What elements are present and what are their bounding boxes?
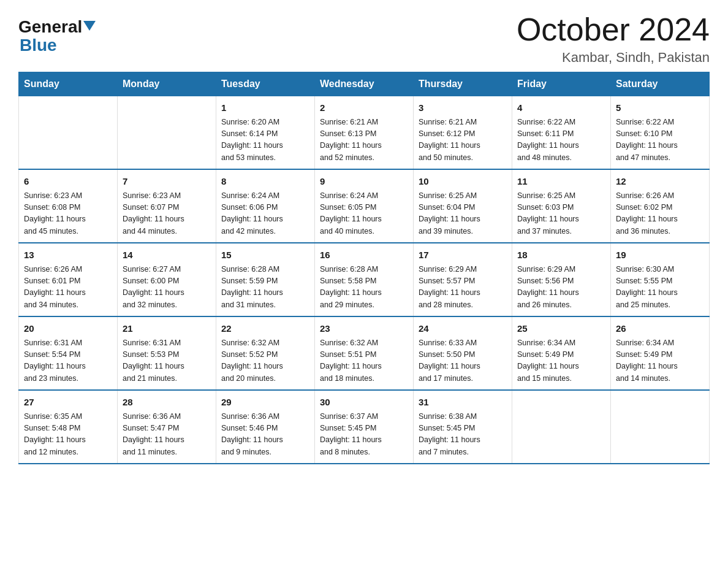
logo-arrow-icon	[83, 21, 96, 31]
calendar-cell: 31Sunrise: 6:38 AMSunset: 5:45 PMDayligh…	[414, 390, 512, 464]
day-info: Sunrise: 6:20 AMSunset: 6:14 PMDaylight:…	[221, 117, 309, 164]
day-info: Sunrise: 6:29 AMSunset: 5:57 PMDaylight:…	[419, 264, 507, 312]
calendar-cell: 13Sunrise: 6:26 AMSunset: 6:01 PMDayligh…	[19, 243, 118, 316]
calendar-cell	[118, 96, 216, 170]
calendar-week-row: 20Sunrise: 6:31 AMSunset: 5:54 PMDayligh…	[19, 316, 710, 390]
calendar-cell: 3Sunrise: 6:21 AMSunset: 6:12 PMDaylight…	[414, 96, 512, 170]
day-number: 25	[517, 322, 605, 336]
calendar-cell: 27Sunrise: 6:35 AMSunset: 5:48 PMDayligh…	[19, 390, 118, 464]
day-number: 22	[221, 322, 309, 336]
day-number: 31	[419, 396, 507, 410]
day-info: Sunrise: 6:26 AMSunset: 6:01 PMDaylight:…	[24, 264, 112, 312]
weekday-header-friday: Friday	[512, 72, 611, 96]
calendar-cell: 7Sunrise: 6:23 AMSunset: 6:07 PMDaylight…	[118, 169, 216, 243]
day-number: 7	[123, 175, 211, 189]
day-number: 11	[517, 175, 605, 189]
day-info: Sunrise: 6:30 AMSunset: 5:55 PMDaylight:…	[616, 264, 704, 312]
day-info: Sunrise: 6:28 AMSunset: 5:58 PMDaylight:…	[320, 264, 408, 312]
day-number: 4	[517, 101, 605, 115]
weekday-header-thursday: Thursday	[414, 72, 512, 96]
calendar-cell: 24Sunrise: 6:33 AMSunset: 5:50 PMDayligh…	[414, 316, 512, 390]
day-number: 12	[616, 175, 704, 189]
day-number: 18	[517, 248, 605, 262]
day-number: 5	[616, 101, 704, 115]
logo-blue: Blue	[18, 37, 57, 54]
calendar-cell: 10Sunrise: 6:25 AMSunset: 6:04 PMDayligh…	[414, 169, 512, 243]
day-number: 13	[24, 248, 112, 262]
day-number: 23	[320, 322, 408, 336]
calendar-cell: 16Sunrise: 6:28 AMSunset: 5:58 PMDayligh…	[315, 243, 414, 316]
logo-general: General	[18, 17, 82, 36]
calendar-cell: 8Sunrise: 6:24 AMSunset: 6:06 PMDaylight…	[216, 169, 315, 243]
calendar-week-row: 27Sunrise: 6:35 AMSunset: 5:48 PMDayligh…	[19, 390, 710, 464]
calendar-cell: 12Sunrise: 6:26 AMSunset: 6:02 PMDayligh…	[611, 169, 710, 243]
day-number: 10	[419, 175, 507, 189]
day-info: Sunrise: 6:28 AMSunset: 5:59 PMDaylight:…	[221, 264, 309, 312]
logo-top: General	[18, 18, 96, 36]
day-number: 9	[320, 175, 408, 189]
day-info: Sunrise: 6:26 AMSunset: 6:02 PMDaylight:…	[616, 190, 704, 238]
day-info: Sunrise: 6:22 AMSunset: 6:11 PMDaylight:…	[517, 117, 605, 164]
calendar-week-row: 13Sunrise: 6:26 AMSunset: 6:01 PMDayligh…	[19, 243, 710, 316]
day-number: 8	[221, 175, 309, 189]
day-info: Sunrise: 6:27 AMSunset: 6:00 PMDaylight:…	[123, 264, 211, 312]
calendar-cell: 18Sunrise: 6:29 AMSunset: 5:56 PMDayligh…	[512, 243, 611, 316]
calendar-cell: 14Sunrise: 6:27 AMSunset: 6:00 PMDayligh…	[118, 243, 216, 316]
day-info: Sunrise: 6:25 AMSunset: 6:04 PMDaylight:…	[419, 190, 507, 238]
weekday-header-tuesday: Tuesday	[216, 72, 315, 96]
calendar-cell: 4Sunrise: 6:22 AMSunset: 6:11 PMDaylight…	[512, 96, 611, 170]
calendar-cell: 17Sunrise: 6:29 AMSunset: 5:57 PMDayligh…	[414, 243, 512, 316]
calendar-cell: 21Sunrise: 6:31 AMSunset: 5:53 PMDayligh…	[118, 316, 216, 390]
logo: General Blue	[18, 18, 96, 54]
day-info: Sunrise: 6:33 AMSunset: 5:50 PMDaylight:…	[419, 337, 507, 385]
calendar-cell: 23Sunrise: 6:32 AMSunset: 5:51 PMDayligh…	[315, 316, 414, 390]
weekday-header-saturday: Saturday	[611, 72, 710, 96]
calendar-cell: 15Sunrise: 6:28 AMSunset: 5:59 PMDayligh…	[216, 243, 315, 316]
calendar-cell: 28Sunrise: 6:36 AMSunset: 5:47 PMDayligh…	[118, 390, 216, 464]
day-info: Sunrise: 6:36 AMSunset: 5:47 PMDaylight:…	[123, 411, 211, 459]
day-info: Sunrise: 6:24 AMSunset: 6:05 PMDaylight:…	[320, 190, 408, 238]
calendar-cell: 19Sunrise: 6:30 AMSunset: 5:55 PMDayligh…	[611, 243, 710, 316]
day-number: 1	[221, 101, 309, 115]
day-number: 24	[419, 322, 507, 336]
day-number: 27	[24, 396, 112, 410]
calendar-cell: 1Sunrise: 6:20 AMSunset: 6:14 PMDaylight…	[216, 96, 315, 170]
calendar-cell: 20Sunrise: 6:31 AMSunset: 5:54 PMDayligh…	[19, 316, 118, 390]
calendar-cell: 5Sunrise: 6:22 AMSunset: 6:10 PMDaylight…	[611, 96, 710, 170]
day-info: Sunrise: 6:25 AMSunset: 6:03 PMDaylight:…	[517, 190, 605, 238]
day-info: Sunrise: 6:23 AMSunset: 6:08 PMDaylight:…	[24, 190, 112, 238]
day-number: 26	[616, 322, 704, 336]
day-info: Sunrise: 6:37 AMSunset: 5:45 PMDaylight:…	[320, 411, 408, 459]
day-info: Sunrise: 6:32 AMSunset: 5:51 PMDaylight:…	[320, 337, 408, 385]
day-number: 14	[123, 248, 211, 262]
weekday-header-monday: Monday	[118, 72, 216, 96]
calendar-cell: 2Sunrise: 6:21 AMSunset: 6:13 PMDaylight…	[315, 96, 414, 170]
calendar-cell	[19, 96, 118, 170]
calendar-cell: 30Sunrise: 6:37 AMSunset: 5:45 PMDayligh…	[315, 390, 414, 464]
calendar-week-row: 6Sunrise: 6:23 AMSunset: 6:08 PMDaylight…	[19, 169, 710, 243]
calendar-table: SundayMondayTuesdayWednesdayThursdayFrid…	[18, 72, 710, 464]
calendar-cell	[611, 390, 710, 464]
day-number: 3	[419, 101, 507, 115]
page-header: General Blue October 2024 Kambar, Sindh,…	[18, 12, 710, 66]
calendar-cell: 22Sunrise: 6:32 AMSunset: 5:52 PMDayligh…	[216, 316, 315, 390]
day-info: Sunrise: 6:38 AMSunset: 5:45 PMDaylight:…	[419, 411, 507, 459]
calendar-cell: 26Sunrise: 6:34 AMSunset: 5:49 PMDayligh…	[611, 316, 710, 390]
day-number: 19	[616, 248, 704, 262]
day-info: Sunrise: 6:24 AMSunset: 6:06 PMDaylight:…	[221, 190, 309, 238]
weekday-header-wednesday: Wednesday	[315, 72, 414, 96]
day-number: 30	[320, 396, 408, 410]
day-number: 17	[419, 248, 507, 262]
calendar-cell: 9Sunrise: 6:24 AMSunset: 6:05 PMDaylight…	[315, 169, 414, 243]
calendar-cell: 29Sunrise: 6:36 AMSunset: 5:46 PMDayligh…	[216, 390, 315, 464]
day-info: Sunrise: 6:29 AMSunset: 5:56 PMDaylight:…	[517, 264, 605, 312]
calendar-subtitle: Kambar, Sindh, Pakistan	[517, 50, 710, 66]
day-number: 15	[221, 248, 309, 262]
calendar-title: October 2024	[517, 12, 710, 47]
day-info: Sunrise: 6:31 AMSunset: 5:53 PMDaylight:…	[123, 337, 211, 385]
day-number: 20	[24, 322, 112, 336]
day-info: Sunrise: 6:22 AMSunset: 6:10 PMDaylight:…	[616, 117, 704, 164]
calendar-header-row: SundayMondayTuesdayWednesdayThursdayFrid…	[19, 72, 710, 96]
calendar-week-row: 1Sunrise: 6:20 AMSunset: 6:14 PMDaylight…	[19, 96, 710, 170]
calendar-cell: 11Sunrise: 6:25 AMSunset: 6:03 PMDayligh…	[512, 169, 611, 243]
